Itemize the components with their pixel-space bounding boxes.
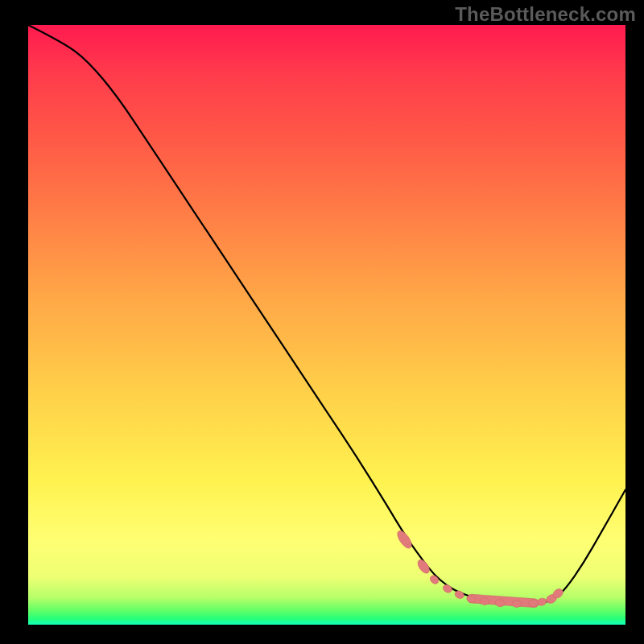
highlight-marker [428,574,440,585]
highlight-marker [415,558,431,576]
plot-area [28,25,625,625]
highlight-marker [454,589,465,600]
highlight-marker [480,597,490,606]
highlight-marker [551,587,565,600]
highlight-marker [512,600,522,607]
highlight-marker [536,597,547,606]
bottleneck-curve [28,25,625,604]
watermark-text: TheBottleneck.com [455,3,636,26]
highlight-marker [495,599,505,607]
highlight-marker [529,599,539,607]
highlight-marker [466,594,477,604]
chart-frame: TheBottleneck.com [0,0,644,644]
highlight-marker [394,529,414,551]
highlight-marker [545,592,559,605]
marker-group [394,529,564,608]
curve-svg [28,25,625,625]
highlight-marker [442,583,454,594]
highlight-valley [467,594,539,608]
